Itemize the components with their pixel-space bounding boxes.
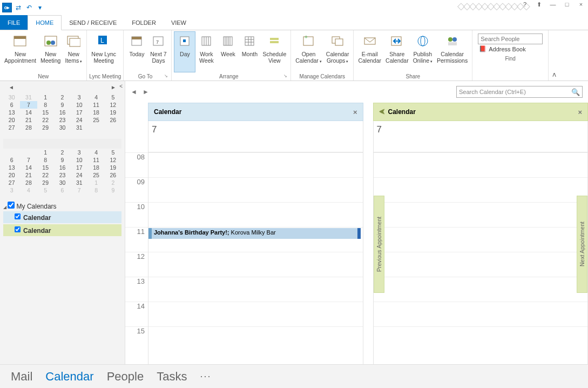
help-icon[interactable]: ? xyxy=(520,1,530,8)
calendar-item-2[interactable]: Calendar xyxy=(3,224,121,236)
share-calendar-button[interactable]: Share Calendar xyxy=(383,31,411,72)
search-icon[interactable]: 🔍 xyxy=(571,88,580,96)
previous-appointment-button[interactable]: Previous Appointment xyxy=(374,196,384,293)
close-icon[interactable]: × xyxy=(576,1,586,8)
allday-cell-2[interactable]: 7 xyxy=(373,121,589,152)
allday-cell-1[interactable]: 7 xyxy=(148,121,363,152)
title-bar: o▸ ⇄ ↶ ▾ ◇◇◇◇◇◇◇◇◇◇◇◇ ? ⬆ — □ × xyxy=(0,0,588,15)
appointment-location: Korova Milky Bar xyxy=(229,229,276,236)
group-label-share: Share xyxy=(356,72,470,81)
my-calendars-header[interactable]: My Calendars xyxy=(3,202,121,210)
next-month-icon[interactable]: ► xyxy=(111,84,116,90)
calendar-2-checkbox[interactable] xyxy=(15,226,21,232)
nav-tasks[interactable]: Tasks xyxy=(157,370,187,384)
date-navigator-controls: ◄ ► xyxy=(3,84,121,90)
calendar-permissions-button[interactable]: Calendar Permissions xyxy=(435,31,470,72)
svg-rect-34 xyxy=(335,39,343,45)
close-calendar-2-icon[interactable]: × xyxy=(578,108,582,116)
publish-online-button[interactable]: Publish Online xyxy=(411,31,435,72)
group-label-manage: Manage Calendars xyxy=(293,72,351,81)
collapse-ribbon-icon[interactable]: ʌ xyxy=(549,30,559,81)
today-button[interactable]: Today xyxy=(126,31,147,72)
group-label-arrange: Arrange xyxy=(174,72,288,81)
decorative-pattern: ◇◇◇◇◇◇◇◇◇◇◇◇ xyxy=(457,0,529,12)
my-calendars-checkbox[interactable] xyxy=(8,202,15,209)
next-day-icon[interactable]: ► xyxy=(143,88,149,96)
calendar-2-label: Calendar xyxy=(23,227,51,235)
overlay-arrow-icon[interactable]: ⮜ xyxy=(379,109,385,115)
my-calendars-section: My Calendars Calendar Calendar xyxy=(3,202,121,236)
qat-undo-icon[interactable]: ↶ xyxy=(25,3,33,12)
calendar-tab-1-label: Calendar xyxy=(154,108,181,116)
minimize-icon[interactable]: — xyxy=(548,1,558,8)
nav-calendar[interactable]: Calendar xyxy=(45,370,93,384)
new-items-button[interactable]: New Items xyxy=(63,31,84,72)
app-icon: o▸ xyxy=(2,3,12,12)
next7days-button[interactable]: 7Next 7 Days xyxy=(147,31,169,72)
qat-send-receive-icon[interactable]: ⇄ xyxy=(14,3,23,12)
svg-point-40 xyxy=(452,37,457,42)
calendar-tab-1[interactable]: Calendar× xyxy=(148,103,363,121)
sidebar-collapse-icon[interactable]: < xyxy=(119,83,123,89)
calendar-tab-2-label: Calendar xyxy=(388,108,416,116)
calendar-tab-2[interactable]: ⮜Calendar× xyxy=(373,103,589,121)
ribbon: New Appointment New Meeting New Items Ne… xyxy=(0,30,588,81)
tab-send-receive[interactable]: SEND / RECEIVE xyxy=(62,15,124,30)
svg-point-3 xyxy=(46,41,51,45)
group-arrange: Day Work Week Week Month Schedule View A… xyxy=(172,30,291,81)
nav-more-icon[interactable]: ··· xyxy=(200,371,211,382)
svg-rect-6 xyxy=(70,38,80,46)
next-appointment-button[interactable]: Next Appointment xyxy=(577,196,587,293)
day-column-2[interactable]: Previous Appointment Next Appointment xyxy=(373,152,589,364)
day-button[interactable]: Day xyxy=(174,31,195,72)
nav-people[interactable]: People xyxy=(107,370,144,384)
calendar-groups-button[interactable]: Calendar Groups xyxy=(324,31,352,72)
mini-calendar-1[interactable]: 3031123456789101112131415161718192021222… xyxy=(3,93,121,131)
group-share: E-mail Calendar Share Calendar Publish O… xyxy=(354,30,472,81)
prev-month-icon[interactable]: ◄ xyxy=(9,84,14,90)
search-people-input[interactable] xyxy=(478,34,543,44)
week-button[interactable]: Week xyxy=(217,31,239,72)
mini-calendar-2[interactable]: 1234567891011121314151617181920212223242… xyxy=(3,139,121,194)
tab-file[interactable]: FILE xyxy=(0,15,28,30)
tab-folder[interactable]: FOLDER xyxy=(124,15,164,30)
prev-day-icon[interactable]: ◄ xyxy=(131,88,137,96)
search-calendar-placeholder: Search Calendar (Ctrl+E) xyxy=(459,89,526,95)
svg-point-39 xyxy=(448,37,452,42)
workweek-button[interactable]: Work Week xyxy=(195,31,217,72)
sidebar: < ◄ ► 3031123456789101112131415161718192… xyxy=(0,81,125,364)
group-label-goto: Go To xyxy=(126,72,169,81)
svg-point-37 xyxy=(418,36,428,46)
maximize-icon[interactable]: □ xyxy=(562,1,572,8)
nav-mail[interactable]: Mail xyxy=(11,370,32,384)
group-label-find: Find xyxy=(475,55,546,63)
schedule-view-button[interactable]: Schedule View xyxy=(260,31,288,72)
svg-rect-14 xyxy=(183,39,186,42)
address-book-button[interactable]: 📕Address Book xyxy=(478,44,543,52)
svg-rect-1 xyxy=(14,36,26,39)
calendar-main: ◄ ► Search Calendar (Ctrl+E)🔍 Calendar× … xyxy=(125,81,588,364)
close-calendar-1-icon[interactable]: × xyxy=(353,108,357,116)
time-grid: 0809101112131415 Johanna's Birthday Part… xyxy=(125,152,588,364)
svg-rect-29 xyxy=(270,38,279,40)
email-calendar-button[interactable]: E-mail Calendar xyxy=(356,31,383,72)
month-button[interactable]: Month xyxy=(239,31,260,72)
svg-rect-10 xyxy=(132,37,141,39)
new-lync-meeting-button[interactable]: LNew Lync Meeting xyxy=(89,31,118,72)
qat-customize-icon[interactable]: ▾ xyxy=(36,3,44,12)
group-label-lync: Lync Meeting xyxy=(89,72,121,81)
tab-view[interactable]: VIEW xyxy=(164,15,194,30)
appointment-item[interactable]: Johanna's Birthday Party!; Korova Milky … xyxy=(148,228,361,239)
open-calendar-button[interactable]: +Open Calendar xyxy=(293,31,324,72)
calendar-item-1[interactable]: Calendar xyxy=(3,211,121,223)
calendar-1-checkbox[interactable] xyxy=(15,213,21,219)
search-calendar-input[interactable]: Search Calendar (Ctrl+E)🔍 xyxy=(456,86,583,98)
svg-point-38 xyxy=(421,36,425,46)
tab-home[interactable]: HOME xyxy=(28,15,62,30)
group-lync: LNew Lync Meeting Lync Meeting xyxy=(87,30,124,81)
ribbon-display-icon[interactable]: ⬆ xyxy=(534,1,544,8)
new-appointment-button[interactable]: New Appointment xyxy=(2,31,38,72)
new-meeting-button[interactable]: New Meeting xyxy=(38,31,63,72)
svg-point-4 xyxy=(51,41,55,45)
day-column-1[interactable]: Johanna's Birthday Party!; Korova Milky … xyxy=(148,152,363,364)
